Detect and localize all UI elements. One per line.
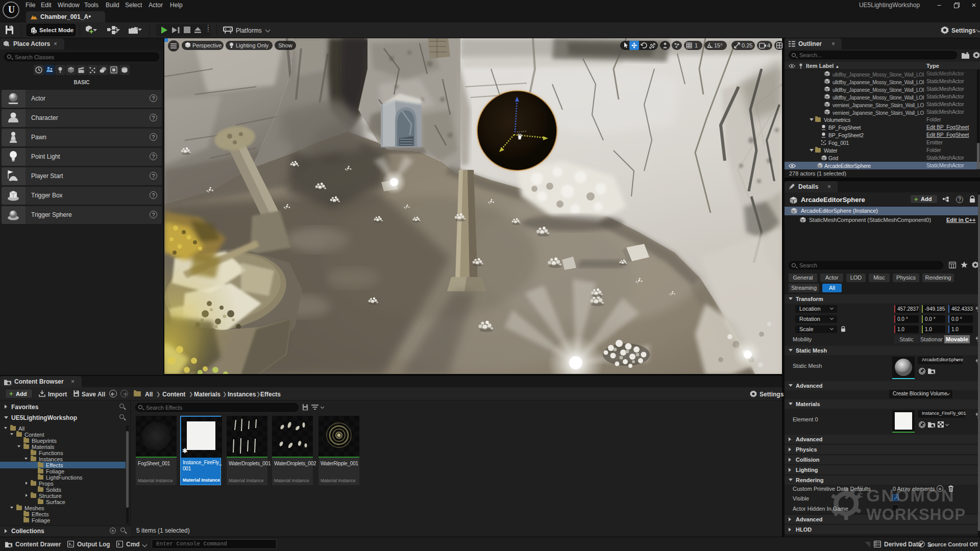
svg-text:WORKSHOP: WORKSHOP: [866, 506, 966, 523]
svg-text:THE: THE: [857, 485, 864, 498]
svg-text:GNOMON: GNOMON: [866, 486, 955, 505]
